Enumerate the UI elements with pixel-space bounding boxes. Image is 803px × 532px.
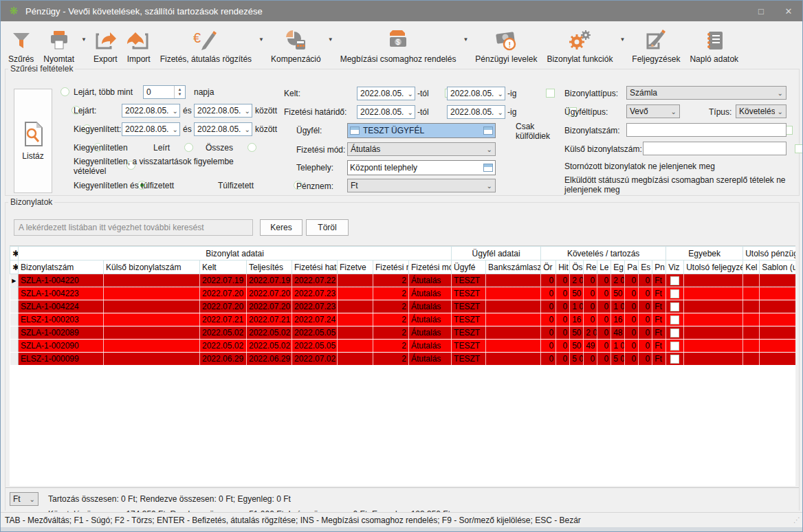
- payment-method-combo[interactable]: Átutalás⌄: [347, 142, 496, 156]
- table-cell[interactable]: 0: [597, 287, 611, 300]
- kelt-to-checkbox[interactable]: [546, 89, 555, 98]
- table-cell[interactable]: Átutalás: [409, 300, 452, 313]
- table-cell[interactable]: 2022.07.24: [292, 313, 338, 326]
- table-cell[interactable]: 2: [373, 340, 409, 353]
- viz-checkbox[interactable]: [670, 289, 679, 298]
- table-cell[interactable]: [760, 300, 795, 313]
- grid-group-header[interactable]: Bizonylat adatai: [19, 247, 452, 261]
- search-input[interactable]: A lekérdezett listában itt végezhet tová…: [14, 219, 253, 236]
- table-cell[interactable]: 2: [373, 313, 409, 326]
- viz-checkbox[interactable]: [670, 302, 679, 311]
- compensation-dropdown-arrow[interactable]: ▼: [326, 36, 336, 43]
- table-cell[interactable]: [666, 340, 684, 353]
- table-cell[interactable]: 0: [597, 353, 611, 366]
- print-button[interactable]: Nyomtat: [38, 23, 79, 65]
- table-cell[interactable]: 2022.06.29: [200, 353, 247, 366]
- table-cell[interactable]: ELSZ-1-000203: [19, 313, 104, 326]
- log-data-button[interactable]: Napló adatok: [685, 23, 743, 65]
- table-cell[interactable]: 2022.05.05: [292, 340, 338, 353]
- table-cell[interactable]: [760, 313, 795, 326]
- customer-field[interactable]: TESZT ÜGYFÉL: [347, 123, 496, 138]
- viz-checkbox[interactable]: [670, 315, 679, 324]
- table-cell[interactable]: 2: [373, 287, 409, 300]
- table-cell[interactable]: 0: [541, 340, 556, 353]
- table-cell[interactable]: 0: [556, 353, 570, 366]
- table-cell[interactable]: 0: [556, 274, 570, 287]
- table-row[interactable]: ▶SZLA-1-0042202022.07.192022.07.192022.0…: [10, 274, 796, 287]
- table-cell[interactable]: 2: [373, 326, 409, 340]
- table-cell[interactable]: [684, 326, 743, 340]
- table-cell[interactable]: [104, 326, 200, 340]
- table-cell[interactable]: [338, 287, 373, 300]
- settled-date-from[interactable]: 2022.08.05.⌄: [122, 122, 180, 136]
- table-cell[interactable]: 50: [570, 340, 584, 353]
- table-cell[interactable]: 0: [597, 313, 611, 326]
- table-cell[interactable]: 0: [597, 326, 611, 340]
- grid-column-header[interactable]: Bizonylatszám: [19, 261, 104, 274]
- grid-column-header[interactable]: Kelt: [200, 261, 247, 274]
- table-cell[interactable]: 0: [625, 326, 639, 340]
- grid-column-header[interactable]: Ügyfé: [452, 261, 486, 274]
- grid-column-header[interactable]: Hit: [556, 261, 570, 274]
- compensation-button[interactable]: Kompenzáció: [266, 23, 326, 65]
- table-cell[interactable]: 2022.07.19: [200, 274, 247, 287]
- table-cell[interactable]: [666, 287, 684, 300]
- table-cell[interactable]: 2022.07.02: [292, 353, 338, 366]
- customer-type-combo[interactable]: Vevő⌄: [626, 104, 680, 118]
- table-cell[interactable]: [104, 313, 200, 326]
- import-button[interactable]: Import: [122, 23, 155, 65]
- row-selector[interactable]: ▶: [10, 274, 19, 287]
- table-cell[interactable]: [666, 300, 684, 313]
- table-row[interactable]: SZLA-1-0020902022.05.022022.05.022022.05…: [10, 340, 796, 353]
- grid-column-header[interactable]: Pa: [625, 261, 639, 274]
- table-cell[interactable]: SZLA-1-004224: [19, 300, 104, 313]
- grid-column-header[interactable]: Fizetve: [338, 261, 373, 274]
- table-cell[interactable]: 0: [556, 287, 570, 300]
- table-cell[interactable]: [760, 274, 795, 287]
- table-cell[interactable]: 0: [625, 274, 639, 287]
- table-cell[interactable]: TESZT: [452, 287, 486, 300]
- table-cell[interactable]: [743, 274, 760, 287]
- table-cell[interactable]: [684, 340, 743, 353]
- table-cell[interactable]: Átutalás: [409, 313, 452, 326]
- table-cell[interactable]: 2022.05.02: [200, 340, 247, 353]
- table-cell[interactable]: 2022.07.19: [247, 274, 292, 287]
- export-button[interactable]: Export: [89, 23, 122, 65]
- table-cell[interactable]: 5 0: [611, 353, 625, 366]
- list-button[interactable]: Listáz: [14, 89, 52, 193]
- table-cell[interactable]: 5 0: [570, 353, 584, 366]
- print-dropdown-arrow[interactable]: ▼: [79, 36, 89, 43]
- table-cell[interactable]: Ft: [652, 300, 666, 313]
- external-doc-number-checkbox[interactable]: [795, 144, 803, 153]
- grid-column-header[interactable]: Fizetési mó: [409, 261, 452, 274]
- days-spinner[interactable]: 0▲▼: [143, 85, 186, 99]
- grid-column-header[interactable]: Fizetési hatá: [292, 261, 338, 274]
- table-cell[interactable]: [486, 313, 541, 326]
- table-cell[interactable]: 2: [373, 353, 409, 366]
- table-cell[interactable]: Ft: [652, 313, 666, 326]
- table-cell[interactable]: 2022.05.02: [247, 326, 292, 340]
- table-cell[interactable]: Átutalás: [409, 353, 452, 366]
- assignment-dropdown-arrow[interactable]: ▼: [461, 36, 470, 43]
- grid-column-header[interactable]: Fizetési n: [373, 261, 409, 274]
- grid-corner-glyph[interactable]: ✱: [10, 261, 19, 274]
- table-cell[interactable]: 0: [541, 287, 556, 300]
- grid-column-header[interactable]: Bankszámlaszám: [486, 261, 541, 274]
- table-cell[interactable]: [684, 300, 743, 313]
- table-cell[interactable]: 0: [639, 313, 652, 326]
- table-cell[interactable]: [486, 274, 541, 287]
- expired-date-to[interactable]: 2022.08.05.⌄: [194, 104, 252, 118]
- table-cell[interactable]: Ft: [652, 274, 666, 287]
- viz-checkbox[interactable]: [670, 342, 679, 351]
- external-doc-number-input[interactable]: [643, 142, 786, 155]
- table-cell[interactable]: 2022.05.02: [200, 326, 247, 340]
- table-cell[interactable]: 0: [639, 287, 652, 300]
- table-cell[interactable]: 50: [611, 287, 625, 300]
- table-cell[interactable]: 0: [584, 300, 597, 313]
- grid-corner-glyph[interactable]: ✱: [10, 247, 19, 261]
- grid-group-header[interactable]: Utolsó pénzüg: [743, 247, 795, 261]
- table-cell[interactable]: 0: [541, 274, 556, 287]
- table-cell[interactable]: 0: [584, 353, 597, 366]
- grid-column-header[interactable]: Re: [584, 261, 597, 274]
- table-cell[interactable]: 50: [570, 326, 584, 340]
